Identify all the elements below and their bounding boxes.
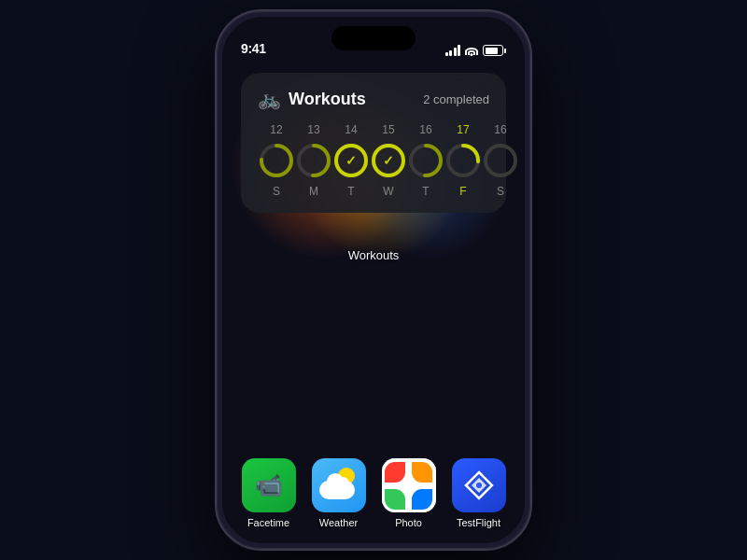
day-number-3: 15	[382, 123, 394, 136]
testflight-logo	[462, 469, 496, 502]
phone-frame: 9:41	[215, 9, 532, 551]
day-col-4: 16 T	[407, 123, 444, 198]
dynamic-island	[331, 26, 416, 50]
wifi-icon	[465, 46, 478, 56]
widget-title: Workouts	[289, 90, 366, 109]
day-number-0: 12	[270, 123, 282, 136]
day-number-1: 13	[307, 123, 319, 136]
day-number-4: 16	[419, 123, 431, 136]
app-label-facetime: Facetime	[247, 517, 289, 528]
widget-days: 12 S 13	[258, 123, 489, 198]
phone-screen: 9:41	[222, 17, 525, 543]
facetime-icon[interactable]: 📹	[242, 458, 296, 512]
widget-completed: 2 completed	[423, 92, 489, 106]
day-label-0: S	[273, 185, 280, 198]
weather-app-icon[interactable]	[312, 458, 366, 512]
ring-0	[258, 142, 295, 179]
ring-6	[482, 142, 519, 179]
app-label-photo: Photo	[395, 517, 422, 528]
day-label-1: M	[309, 185, 318, 198]
app-item-testflight[interactable]: TestFlight	[452, 458, 506, 528]
signal-icon	[445, 45, 461, 56]
status-time: 9:41	[241, 41, 266, 56]
svg-point-13	[476, 483, 482, 488]
battery-icon	[483, 45, 506, 56]
ring-5	[444, 142, 482, 179]
day-col-1: 13 M	[295, 123, 332, 198]
widget-title-group: 🚲 Workouts	[258, 88, 366, 110]
app-item-facetime[interactable]: 📹 Facetime	[242, 458, 296, 528]
check-icon-2: ✓	[345, 153, 357, 168]
day-label-4: T	[422, 185, 429, 198]
ring-3: ✓	[370, 142, 407, 179]
day-col-2: 14 ✓ T	[332, 123, 370, 198]
camera-icon: 📹	[255, 472, 283, 498]
ring-2: ✓	[332, 142, 370, 179]
svg-point-12	[486, 146, 515, 175]
day-label-6: S	[497, 185, 504, 198]
day-label-3: W	[383, 185, 393, 198]
check-icon-3: ✓	[383, 153, 394, 168]
day-number-2: 14	[345, 123, 357, 136]
cloud-icon	[319, 481, 355, 499]
day-number-5: 17	[457, 123, 469, 136]
status-icons	[445, 45, 507, 56]
ring-4	[407, 142, 444, 179]
app-label-testflight: TestFlight	[457, 517, 500, 528]
day-label-2: T	[347, 185, 354, 198]
widget-app-label: Workouts	[348, 248, 400, 262]
ring-1	[295, 142, 332, 179]
photos-icon[interactable]	[382, 458, 436, 512]
app-item-photos[interactable]: Photo	[382, 458, 436, 528]
app-dock: 📹 Facetime Weather P	[233, 458, 514, 528]
app-label-weather: Weather	[319, 517, 358, 528]
day-col-6: 16 S	[482, 123, 519, 198]
day-label-5: F	[459, 185, 466, 198]
day-col-0: 12 S	[258, 123, 295, 198]
day-number-6: 16	[494, 123, 506, 136]
testflight-icon[interactable]	[452, 458, 506, 512]
day-col-5: 17 F	[444, 123, 482, 198]
widget-header: 🚲 Workouts 2 completed	[258, 88, 489, 110]
bike-icon: 🚲	[258, 88, 281, 110]
workouts-widget[interactable]: 🚲 Workouts 2 completed 12 S	[241, 73, 506, 213]
day-col-3: 15 ✓ W	[370, 123, 407, 198]
app-item-weather[interactable]: Weather	[312, 458, 366, 528]
